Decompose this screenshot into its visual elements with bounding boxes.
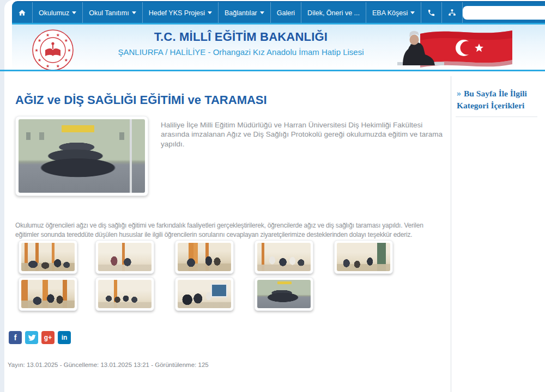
nav-item-sitemap[interactable] — [442, 2, 463, 23]
nav-item-okulumuz[interactable]: Okulumuz — [33, 2, 83, 23]
nav-item-label: Okul Tanıtımı — [89, 9, 129, 17]
school-title: ŞANLIURFA / HALİLİYE - Orhangazi Kız Ana… — [116, 47, 366, 58]
svg-text:★: ★ — [46, 33, 50, 38]
nav-item-hedef-yks-projesi[interactable]: Hedef YKS Projesi — [143, 2, 219, 23]
svg-text:★: ★ — [34, 48, 38, 53]
googleplus-icon: g+ — [44, 334, 52, 341]
sidebar-heading: »Bu Sayfa İle İlgili Kategori İçerikleri — [457, 87, 540, 112]
search-input[interactable] — [463, 6, 545, 20]
nav-item-label: EBA Köşesi — [372, 9, 408, 17]
svg-text:★: ★ — [46, 64, 50, 69]
linkedin-share-button[interactable]: in — [58, 331, 71, 344]
nav-item-label: Galeri — [277, 9, 295, 17]
nav-item-phone[interactable] — [421, 2, 442, 23]
nav-item-baglantilar[interactable]: Bağlantılar — [219, 2, 271, 23]
nav-item-eba-kosesi[interactable]: EBA Köşesi — [366, 2, 421, 23]
phone-icon — [427, 9, 435, 17]
gallery-thumbnail[interactable] — [175, 277, 234, 311]
article-body-paragraph: Okulumuz öğrencileri ağzı ve diş sağlığı… — [15, 221, 447, 240]
top-navigation: Okulumuz Okul Tanıtımı Hedef YKS Projesi… — [12, 1, 545, 23]
gallery-thumbnail[interactable] — [175, 240, 234, 274]
site-header: ★★★ ★★★ ★★★ ★ T.C. MİLLÎ EĞİTİM BAKANLIĞ… — [12, 24, 545, 70]
nav-item-label: Hedef YKS Projesi — [149, 9, 205, 17]
article-intro-paragraph: Haliliye İlçe Milli Eğitim Müdürlüğü ve … — [161, 120, 446, 150]
page: Okulumuz Okul Tanıtımı Hedef YKS Projesi… — [0, 0, 545, 392]
twitter-bird-icon — [28, 334, 36, 342]
classroom-photo — [98, 243, 152, 271]
linkedin-icon: in — [62, 334, 68, 341]
nav-accent-bar — [12, 23, 545, 24]
dropdown-caret-icon — [410, 11, 415, 14]
meb-logo[interactable]: ★★★ ★★★ ★★★ ★ — [31, 28, 75, 72]
svg-text:★: ★ — [56, 64, 60, 69]
gallery-thumbnail[interactable] — [95, 240, 154, 274]
nav-item-label: Bağlantılar — [225, 9, 257, 17]
nav-item-label: Okulumuz — [39, 9, 69, 17]
facebook-share-button[interactable]: f — [9, 331, 22, 344]
article-main-photo[interactable] — [15, 116, 148, 196]
dropdown-caret-icon — [260, 11, 264, 14]
classroom-photo — [21, 243, 75, 271]
header-titles: T.C. MİLLÎ EĞİTİM BAKANLIĞI ŞANLIURFA / … — [94, 30, 388, 58]
ministry-title: T.C. MİLLÎ EĞİTİM BAKANLIĞI — [94, 30, 388, 44]
classroom-photo — [21, 280, 75, 308]
dropdown-caret-icon — [132, 11, 136, 14]
header-divider — [0, 70, 545, 71]
page-title: AĞIZ ve DİŞ SAĞLIĞI EĞİTİMİ ve TARAMASI — [15, 93, 440, 107]
gallery-thumbnail[interactable] — [19, 277, 77, 311]
double-chevron-icon: » — [457, 89, 461, 98]
svg-text:★: ★ — [56, 33, 60, 38]
svg-text:★: ★ — [64, 38, 68, 43]
sidebar-heading-rule — [456, 117, 537, 117]
classroom-photo — [98, 280, 152, 308]
svg-text:★: ★ — [67, 48, 71, 53]
nav-item-label: Dilek, Öneri ve ... — [307, 9, 360, 17]
sitemap-icon — [448, 9, 456, 17]
gallery-thumbnail[interactable] — [334, 240, 393, 274]
gallery-thumbnail[interactable] — [255, 277, 313, 311]
facebook-icon: f — [14, 333, 17, 342]
social-share-bar: f g+ in — [9, 331, 71, 344]
googleplus-share-button[interactable]: g+ — [41, 331, 55, 344]
classroom-photo — [178, 243, 231, 271]
gallery-thumbnail[interactable] — [95, 277, 154, 311]
home-icon — [18, 9, 26, 17]
article-meta: Yayın: 13.01.2025 - Güncelleme: 13.01.20… — [8, 362, 209, 368]
dropdown-caret-icon — [72, 11, 76, 14]
nav-item-galeri[interactable]: Galeri — [271, 2, 301, 23]
group-photo — [257, 280, 311, 308]
nav-item-okul-tanitimi[interactable]: Okul Tanıtımı — [83, 2, 142, 23]
svg-text:★: ★ — [38, 58, 41, 63]
nav-item-dilek-oneri[interactable]: Dilek, Öneri ve ... — [301, 2, 366, 23]
gallery-thumbnail[interactable] — [255, 240, 313, 274]
classroom-photo — [337, 243, 390, 271]
ataturk-flag-image — [389, 26, 512, 71]
classroom-photo — [257, 243, 311, 271]
dropdown-caret-icon — [208, 11, 212, 14]
svg-text:★: ★ — [64, 58, 68, 63]
svg-text:★: ★ — [38, 38, 41, 43]
group-photo-image — [19, 119, 145, 193]
nav-item-home[interactable] — [12, 2, 33, 23]
sidebar-divider — [451, 76, 451, 392]
twitter-share-button[interactable] — [25, 331, 38, 344]
classroom-photo — [178, 280, 231, 308]
sidebar-heading-label: Bu Sayfa İle İlgili Kategori İçerikleri — [457, 89, 527, 110]
gallery-thumbnail[interactable] — [19, 240, 77, 274]
